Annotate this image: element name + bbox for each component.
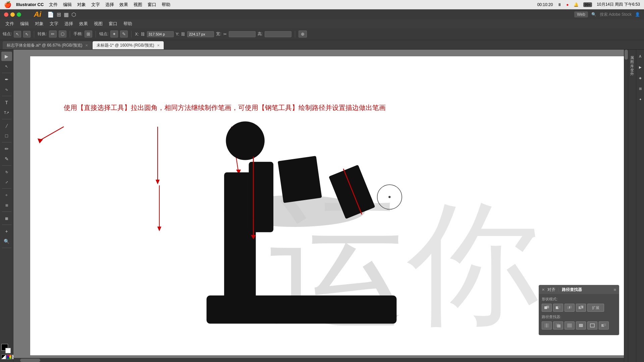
bridge-icon[interactable]: ⬡ (71, 11, 76, 18)
divide-btn[interactable] (542, 321, 552, 329)
menu-file[interactable]: 文件 (49, 2, 58, 8)
menu-help[interactable]: 帮助 (162, 2, 170, 8)
tab-2[interactable]: 未标题-1* @ 1600% (RGB/预览) ✕ (93, 41, 164, 49)
shape-builder-tool[interactable]: ⊞ (1, 200, 12, 210)
anchor-btn-2[interactable]: ⇖ (23, 31, 31, 38)
menu-file-ai[interactable]: 文件 (3, 20, 17, 27)
view-mode-icon[interactable]: ⊞ (57, 11, 61, 18)
menu-text[interactable]: 文字 (91, 2, 100, 8)
search-label[interactable]: 搜索 Adobe Stock (600, 12, 632, 17)
w-value-input[interactable] (229, 31, 256, 37)
intersect-btn[interactable] (565, 304, 575, 312)
horizontal-scrollbar[interactable] (13, 358, 624, 362)
window-controls[interactable] (4, 12, 21, 17)
menu-help-ai[interactable]: 帮助 (121, 20, 135, 27)
convert-btn-2[interactable]: ⬡ (59, 31, 66, 38)
swap-colors-icon[interactable] (1, 355, 6, 359)
select-tool[interactable]: ▶ (1, 52, 12, 61)
merge-btn[interactable] (565, 321, 575, 329)
toolbar-icons: 📄 ⊞ ▦ ⬡ (47, 11, 76, 18)
anchor-pt-btn2[interactable]: ✎ (120, 31, 128, 38)
align-tab[interactable]: 对齐 (547, 287, 555, 293)
right-tool-3[interactable]: ◈ (635, 73, 644, 82)
menu-effect[interactable]: 效果 (119, 2, 128, 8)
color-mode-icon[interactable] (7, 355, 11, 359)
menu-object[interactable]: 对象 (77, 2, 86, 8)
chart-tool[interactable]: ▦ (1, 214, 12, 223)
crop-btn[interactable] (576, 321, 586, 329)
type-tool[interactable]: T (1, 98, 12, 107)
arrangement-icon[interactable]: ▦ (64, 11, 69, 18)
appearance-tab[interactable]: 外 (629, 68, 635, 70)
y-value-input[interactable] (187, 31, 214, 37)
transform-btn[interactable]: ⊕ (299, 31, 307, 38)
hand-btn-1[interactable]: ⊞ (85, 31, 92, 38)
zoom-in-tool[interactable]: + (1, 227, 12, 236)
notification-icon[interactable]: 🔔 (574, 2, 579, 7)
menu-window[interactable]: 窗口 (148, 2, 156, 8)
maximize-button[interactable] (17, 12, 21, 17)
menu-select-ai[interactable]: 选择 (62, 20, 76, 27)
h-value-input[interactable] (265, 31, 291, 37)
convert-btn-1[interactable]: ✏ (49, 31, 57, 38)
minus-back-btn[interactable] (599, 321, 609, 329)
workspace-label[interactable]: Web (574, 11, 588, 17)
pathfinder-tab[interactable]: 路径查找器 (562, 287, 582, 293)
tab-1-close[interactable]: ✕ (85, 44, 88, 47)
fill-stroke-swatches[interactable] (1, 344, 11, 353)
right-tool-1[interactable]: A (635, 52, 644, 61)
profile-icon[interactable]: 👤 (635, 12, 640, 17)
right-tool-5[interactable]: ✦ (635, 95, 644, 104)
vertical-scrollbar[interactable] (624, 50, 628, 362)
apple-menu[interactable]: 🍎 (4, 1, 11, 8)
right-tool-4[interactable]: ⊞ (635, 84, 644, 93)
pencil-tool[interactable]: ✎ (1, 154, 12, 164)
new-file-icon[interactable]: 📄 (47, 11, 54, 18)
h-scrollbar-thumb[interactable] (20, 359, 40, 362)
curvature-tool[interactable]: ∿ (1, 85, 12, 94)
stroke-swatch[interactable] (5, 348, 11, 353)
menu-select[interactable]: 选择 (105, 2, 114, 8)
minus-front-btn[interactable] (553, 304, 563, 312)
scrollbar-thumb[interactable] (625, 50, 628, 60)
close-button[interactable] (4, 12, 8, 17)
trim-btn[interactable] (553, 321, 563, 329)
anchor-btn-1[interactable]: ↖ (14, 31, 21, 38)
menu-object-ai[interactable]: 对象 (32, 20, 46, 27)
line-tool[interactable]: ╱ (1, 121, 12, 130)
menu-view[interactable]: 视图 (133, 2, 142, 8)
exclude-btn[interactable] (576, 304, 586, 312)
x-value-input[interactable] (147, 31, 174, 37)
menu-view-ai[interactable]: 视图 (91, 20, 105, 27)
touch-type-tool[interactable]: T↗ (1, 108, 12, 117)
right-tool-2[interactable]: ▶ (635, 62, 644, 72)
outline-btn[interactable] (587, 321, 597, 329)
tab-2-close[interactable]: ✕ (157, 44, 160, 47)
pathfinder-close[interactable]: ✕ (542, 288, 545, 292)
warp-tool[interactable]: ⟡ (1, 190, 12, 200)
panel-menu-icon[interactable]: ≡ (613, 287, 616, 292)
menu-effect-ai[interactable]: 效果 (76, 20, 91, 27)
unite-btn[interactable] (542, 304, 552, 312)
tab-1[interactable]: 标志字体全能备.ai* @ 66.67% (RGB/预览) ✕ (3, 41, 92, 49)
expand-btn-pf[interactable]: 扩展 (587, 304, 604, 312)
zoom-out-tool[interactable]: 🔍 (1, 237, 12, 246)
paintbrush-tool[interactable]: ✏ (1, 144, 12, 154)
direct-select-tool[interactable]: ↖ (1, 62, 12, 71)
canvas-area[interactable]: 使用【直接选择工具】拉出圆角，相同方法继续制作笔画，可使用【钢笔工具】绘制路径并… (13, 50, 636, 362)
layers-tab[interactable]: 图 (629, 56, 635, 58)
menu-text-ai[interactable]: 文字 (47, 20, 61, 27)
menu-edit[interactable]: 编辑 (63, 2, 72, 8)
scale-tool[interactable]: ⤢ (1, 177, 12, 187)
libraries-tab[interactable]: 库 (629, 60, 635, 62)
pen-tool[interactable]: ✒ (1, 75, 12, 84)
minimize-button[interactable] (10, 12, 15, 17)
properties-tab[interactable]: 属 (629, 52, 635, 54)
transform-tab[interactable]: 变 (629, 64, 635, 66)
rect-tool[interactable]: □ (1, 131, 12, 140)
search-icon[interactable]: 🔍 (591, 12, 596, 17)
menu-window-ai[interactable]: 窗口 (106, 20, 120, 27)
menu-edit-ai[interactable]: 编辑 (17, 20, 32, 27)
rotate-tool[interactable]: ↻ (1, 167, 12, 177)
anchor-pt-btn[interactable]: ✦ (110, 31, 118, 38)
